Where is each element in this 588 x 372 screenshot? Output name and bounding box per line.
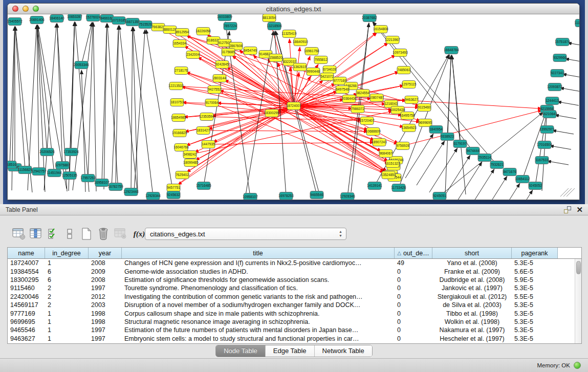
show-columns-icon[interactable] <box>28 227 43 241</box>
table-row[interactable]: 1872400712008Changes of HCN gene express… <box>8 259 575 267</box>
graph-node[interactable]: 11325419 <box>282 30 297 38</box>
graph-node[interactable]: 7515526 <box>139 21 152 29</box>
graph-node[interactable]: 9756928 <box>396 142 409 150</box>
column-header-year[interactable]: year <box>89 248 122 258</box>
graph-node[interactable]: 10653287 <box>67 14 82 21</box>
graph-node[interactable]: 16961758 <box>304 48 319 55</box>
table-row[interactable]: 1456911722003Disruption of a novel membe… <box>8 301 575 309</box>
graph-node[interactable]: 18406140 <box>49 15 64 23</box>
graph-node[interactable]: 16782759 <box>108 183 123 191</box>
graph-node[interactable]: 18907243 <box>372 139 387 146</box>
graph-node[interactable]: 13992971 <box>539 126 555 134</box>
graph-node[interactable]: 8860128 <box>163 26 177 34</box>
select-columns-icon[interactable] <box>45 227 60 241</box>
graph-node[interactable]: 11128534 <box>575 19 579 27</box>
graph-node[interactable]: 16958107 <box>94 179 110 187</box>
graph-node[interactable]: 15276024 <box>85 14 101 21</box>
graph-node[interactable]: 15716485 <box>196 182 211 190</box>
graph-node[interactable]: 10654112 <box>515 176 530 183</box>
graph-node[interactable]: 7932621 <box>490 161 504 169</box>
graph-node[interactable]: 16033809 <box>217 14 232 21</box>
graph-node[interactable]: 18300295 <box>264 110 279 117</box>
graph-node[interactable]: 13218506 <box>267 23 282 30</box>
graph-node[interactable]: 16154808 <box>373 26 388 33</box>
graph-node[interactable]: 18226058 <box>195 28 211 35</box>
graph-node[interactable]: 12928344 <box>145 192 161 200</box>
graph-node[interactable]: 1840954 <box>429 126 443 134</box>
graph-node[interactable]: 9463627 <box>405 96 418 104</box>
float-panel-icon[interactable] <box>564 206 571 213</box>
graph-node[interactable]: 7625402 <box>176 171 189 179</box>
graph-node[interactable]: 20364436 <box>341 95 357 103</box>
graph-node[interactable]: 1362615 <box>293 63 307 71</box>
graph-node[interactable]: 15751874 <box>555 38 570 46</box>
graph-node[interactable]: 16978253 <box>278 192 294 200</box>
graph-node[interactable]: 16210643 <box>542 111 557 118</box>
graph-node[interactable]: 3824554 <box>356 90 369 97</box>
graph-node[interactable]: 9918516 <box>8 161 16 169</box>
graph-node[interactable]: 19166825 <box>172 129 187 137</box>
graph-node[interactable]: 15405572 <box>8 18 23 26</box>
graph-node[interactable]: 16495758 <box>400 112 415 120</box>
graph-node[interactable]: 1831427 <box>197 127 210 135</box>
graph-node[interactable]: 6734028 <box>323 66 336 74</box>
close-panel-icon[interactable]: ✕ <box>576 206 583 213</box>
graph-node[interactable]: 12353594 <box>199 113 214 121</box>
graph-node[interactable]: 2718176 <box>175 67 188 75</box>
graph-node[interactable]: 6179197 <box>453 140 467 148</box>
graph-node[interactable]: 11733426 <box>391 184 406 192</box>
graph-node[interactable]: 11156829 <box>18 166 33 174</box>
graph-node[interactable]: 12505135 <box>62 172 77 180</box>
tab-node-table[interactable]: Node Table <box>216 345 266 357</box>
graph-node[interactable]: 17957253 <box>80 174 96 182</box>
table-selector-dropdown[interactable]: citations_edges.txt ▲▼ <box>145 228 346 240</box>
table-row[interactable]: 946362711997Embryonic stem cells: a mode… <box>8 335 575 343</box>
graph-node[interactable]: 7485063 <box>397 67 410 74</box>
graph-node[interactable]: 3498242 <box>183 151 197 159</box>
graph-node[interactable]: 11451944 <box>47 169 62 177</box>
delete-column-icon[interactable] <box>96 227 111 241</box>
graph-node[interactable]: 8471676 <box>503 168 516 176</box>
graph-node[interactable]: 5421072 <box>320 73 334 81</box>
graph-node[interactable]: 16151327 <box>385 160 400 168</box>
graph-node[interactable]: 6497548 <box>336 86 349 94</box>
table-row[interactable]: 2242004622012Investigating the contribut… <box>8 293 575 301</box>
graph-node[interactable]: 8454749 <box>244 47 257 55</box>
graph-node[interactable]: 9245051 <box>433 192 446 200</box>
graph-node[interactable]: 10688609 <box>365 128 381 136</box>
graph-node[interactable]: 9329966 <box>553 54 567 62</box>
graph-node[interactable]: 1810753 <box>170 99 184 106</box>
graph-node[interactable]: 18654985 <box>171 114 186 122</box>
graph-node[interactable]: 13524851 <box>381 171 396 179</box>
graph-node[interactable]: 1654334 <box>173 40 186 48</box>
column-header-short[interactable]: short <box>432 248 512 258</box>
graph-node[interactable]: 7857224 <box>224 23 237 30</box>
network-canvas[interactable]: 18724007 18300295 8813054 11325419 18640… <box>8 14 579 200</box>
table-row[interactable]: 977716911998Corpus callosum shape and si… <box>8 309 575 317</box>
graph-node[interactable]: 2342004 <box>186 51 200 59</box>
graph-node[interactable]: 8912954 <box>176 29 189 36</box>
graph-node[interactable]: 20387682 <box>362 14 377 22</box>
graph-node[interactable]: 2935114 <box>478 154 491 162</box>
graph-node[interactable]: 9170064 <box>205 99 219 107</box>
table-mode-icon[interactable] <box>11 227 27 241</box>
graph-node[interactable]: 10807487 <box>369 94 384 102</box>
column-header-pagerank[interactable]: pagerank <box>512 248 558 258</box>
graph-node[interactable]: 7955812 <box>314 56 328 64</box>
graph-node[interactable]: 12975115 <box>402 81 417 89</box>
graph-node[interactable]: 17353924 <box>63 148 79 156</box>
graph-node[interactable]: 9427552 <box>208 86 221 94</box>
table-row[interactable]: 969969511998Structural magnetic resonanc… <box>8 318 575 326</box>
graph-node[interactable]: 9338923 <box>441 133 454 141</box>
graph-node[interactable]: 16046768 <box>173 144 189 151</box>
graph-node[interactable]: 9990448 <box>307 68 320 76</box>
column-header-title[interactable]: title <box>122 248 395 258</box>
graph-node[interactable]: 15720407 <box>359 117 375 125</box>
column-header-out_de[interactable]: △out_de… <box>395 248 432 258</box>
graph-node[interactable]: 12923448 <box>123 188 139 196</box>
tab-network-table[interactable]: Network Table <box>315 345 372 357</box>
table-row[interactable]: 911546021997Tourette syndrome. Phenomeno… <box>8 284 575 292</box>
table-scrollbar-thumb[interactable] <box>576 261 581 274</box>
table-row[interactable]: 1938455462009Genome-wide association stu… <box>8 267 575 275</box>
graph-node[interactable]: 1588520 <box>269 54 282 62</box>
